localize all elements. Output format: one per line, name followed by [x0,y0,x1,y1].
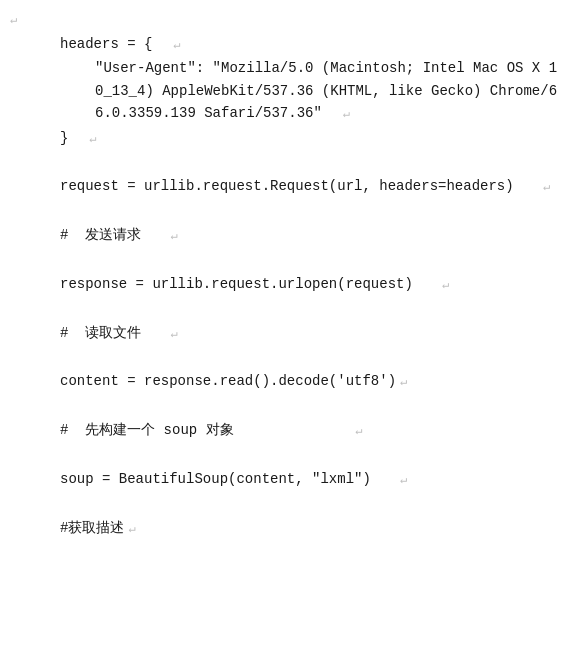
line-blank-3 [0,248,562,272]
line-comment-read: # 读取文件 ↵ [0,321,562,345]
line-response: response = urllib.request.urlopen(reques… [0,272,562,296]
line-headers-open: headers = { ↵ [0,32,562,56]
line-blank-5 [0,345,562,369]
line-blank-4 [0,296,562,320]
code-editor: ↵ headers = { ↵ "User-Agent": "Mozilla/5… [0,0,562,671]
line-soup: soup = BeautifulSoup(content, "lxml") ↵ [0,467,562,491]
line-request: request = urllib.request.Request(url, he… [0,174,562,198]
line-blank-6 [0,394,562,418]
line-top-return: ↵ [0,10,562,32]
line-comment-soup: # 先构建一个 soup 对象 ↵ [0,418,562,442]
line-blank-7 [0,443,562,467]
line-blank-2 [0,199,562,223]
line-content-decode: content = response.read().decode('utf8')… [0,369,562,393]
line-comment-desc: #获取描述↵ [0,516,562,540]
line-blank-8 [0,491,562,515]
line-headers-close: } ↵ [0,126,562,150]
line-blank-1 [0,150,562,174]
line-comment-send: # 发送请求 ↵ [0,223,562,247]
line-useragent: "User-Agent": "Mozilla/5.0 (Macintosh; I… [0,56,562,125]
